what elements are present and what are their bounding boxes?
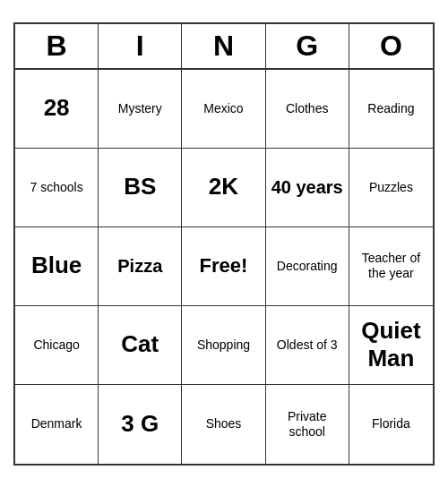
cell-r0-c3: Clothes: [266, 70, 349, 149]
cell-r1-c0: 7 schools: [15, 149, 99, 227]
cell-r0-c4: Reading: [349, 70, 433, 149]
cell-text-r2-c3: Decorating: [277, 259, 338, 274]
cell-text-r2-c0: Blue: [31, 252, 82, 279]
cell-text-r2-c2: Free!: [200, 254, 248, 278]
header-letter-g: G: [266, 24, 349, 68]
cell-r0-c1: Mystery: [99, 70, 182, 149]
cell-r2-c4: Teacher of the year: [349, 227, 433, 306]
bingo-grid: 28MysteryMexicoClothesReading7 schoolsBS…: [15, 70, 433, 464]
cell-text-r0-c2: Mexico: [203, 101, 243, 116]
cell-r3-c1: Cat: [99, 306, 182, 385]
cell-r4-c4: Florida: [349, 385, 433, 464]
cell-r0-c0: 28: [15, 70, 99, 149]
cell-r1-c1: BS: [99, 149, 182, 227]
cell-text-r2-c1: Pizza: [117, 255, 162, 277]
cell-r1-c2: 2K: [182, 149, 265, 227]
bingo-card: BINGO 28MysteryMexicoClothesReading7 sch…: [13, 22, 435, 466]
cell-text-r2-c4: Teacher of the year: [353, 251, 429, 281]
header-letter-b: B: [15, 24, 99, 68]
cell-r4-c1: 3 G: [99, 385, 182, 464]
cell-text-r4-c4: Florida: [372, 416, 410, 431]
cell-text-r1-c4: Puzzles: [369, 180, 413, 195]
cell-text-r0-c4: Reading: [367, 101, 414, 116]
header-letter-n: N: [182, 24, 265, 68]
cell-text-r3-c1: Cat: [121, 330, 159, 358]
bingo-header: BINGO: [15, 24, 433, 70]
cell-text-r4-c0: Denmark: [31, 416, 82, 431]
cell-r3-c2: Shopping: [182, 306, 265, 385]
cell-r4-c2: Shoes: [182, 385, 265, 464]
cell-text-r3-c3: Oldest of 3: [277, 337, 338, 353]
cell-text-r0-c3: Clothes: [286, 101, 328, 116]
header-letter-o: O: [349, 24, 433, 68]
cell-r3-c4: Quiet Man: [349, 306, 433, 385]
cell-text-r0-c0: 28: [44, 94, 70, 122]
cell-text-r0-c1: Mystery: [118, 101, 162, 116]
cell-r3-c0: Chicago: [15, 306, 99, 385]
cell-r1-c3: 40 years: [266, 149, 349, 227]
cell-text-r1-c3: 40 years: [271, 176, 343, 198]
cell-r2-c0: Blue: [15, 227, 99, 306]
header-letter-i: I: [99, 24, 182, 68]
cell-text-r1-c0: 7 schools: [30, 180, 83, 195]
cell-text-r1-c2: 2K: [209, 173, 238, 201]
cell-r3-c3: Oldest of 3: [266, 306, 349, 385]
cell-text-r4-c2: Shoes: [206, 416, 242, 431]
cell-r4-c3: Private school: [266, 385, 349, 464]
cell-text-r3-c2: Shopping: [197, 337, 250, 353]
cell-r2-c2: Free!: [182, 227, 265, 306]
cell-r2-c3: Decorating: [266, 227, 349, 306]
cell-r2-c1: Pizza: [99, 227, 182, 306]
cell-text-r4-c1: 3 G: [121, 410, 159, 438]
cell-text-r1-c1: BS: [124, 173, 156, 201]
cell-text-r3-c0: Chicago: [33, 337, 79, 353]
cell-r0-c2: Mexico: [182, 70, 265, 149]
cell-text-r3-c4: Quiet Man: [353, 317, 429, 372]
cell-r4-c0: Denmark: [15, 385, 99, 464]
cell-r1-c4: Puzzles: [349, 149, 433, 227]
cell-text-r4-c3: Private school: [270, 409, 345, 440]
